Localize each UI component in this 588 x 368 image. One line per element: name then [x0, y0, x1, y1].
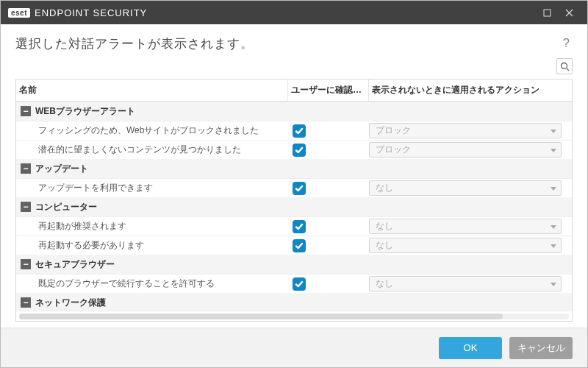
collapse-icon[interactable]: − [21, 297, 31, 308]
action-cell: なし [369, 219, 572, 234]
ask-user-checkbox[interactable] [293, 239, 306, 252]
group-label: コンピューター [35, 201, 97, 213]
action-cell: なし [369, 180, 572, 196]
action-cell: なし [369, 276, 572, 291]
svg-rect-0 [544, 10, 551, 16]
collapse-icon[interactable]: − [21, 259, 31, 269]
content-area: 名前 ユーザーに確認する 表示されないときに適用されるアクション −WEBブラウ… [1, 79, 587, 328]
table-row: アップデートを利用できますなし [16, 178, 572, 197]
action-select[interactable]: なし [369, 276, 562, 291]
search-button[interactable] [556, 58, 573, 74]
action-select[interactable]: なし [369, 180, 562, 196]
table-row: 既定のブラウザーで続行することを許可するなし [16, 274, 572, 293]
table-row: 再起動が推奨されますなし [16, 216, 572, 236]
alert-name: アップデートを利用できます [16, 182, 288, 194]
group-label: アップデート [35, 163, 88, 175]
app-window: eset ENDPOINT SECURITY 選択した対話アラートが表示されます… [0, 0, 588, 368]
alert-name: フィッシングのため、Webサイトがブロックされました [16, 124, 288, 137]
group-row[interactable]: −ネットワーク保護 [16, 293, 572, 311]
ask-user-cell [288, 220, 369, 233]
table-header-row: 名前 ユーザーに確認する 表示されないときに適用されるアクション [16, 79, 572, 102]
ask-user-cell [288, 239, 369, 252]
alert-name: 潜在的に望ましくないコンテンツが見つかりました [16, 144, 288, 156]
footer: OK キャンセル [1, 328, 587, 367]
search-icon [560, 62, 570, 71]
action-cell: ブロック [369, 123, 572, 138]
col-header-name[interactable]: 名前 [16, 79, 288, 101]
brand-badge: eset [8, 8, 30, 18]
ok-button[interactable]: OK [439, 337, 502, 359]
svg-point-1 [561, 63, 567, 68]
action-cell: ブロック [369, 142, 572, 158]
action-select[interactable]: ブロック [369, 142, 562, 158]
ask-user-checkbox[interactable] [293, 220, 306, 233]
ask-user-cell [288, 277, 369, 291]
col-header-ask[interactable]: ユーザーに確認する [288, 79, 369, 101]
minimize-icon [543, 9, 551, 17]
group-row[interactable]: −コンピューター [16, 197, 572, 216]
collapse-icon[interactable]: − [21, 202, 31, 212]
brand-text: ENDPOINT SECURITY [35, 7, 147, 18]
horizontal-scrollbar[interactable] [16, 311, 572, 321]
collapse-icon[interactable]: − [21, 106, 31, 116]
ask-user-checkbox[interactable] [293, 124, 306, 138]
table-row: フィッシングのため、Webサイトがブロックされましたブロック [16, 121, 572, 140]
subheader: 選択した対話アラートが表示されます。 ? [1, 24, 587, 58]
ask-user-checkbox[interactable] [293, 144, 306, 157]
ask-user-cell [288, 124, 369, 138]
alerts-table: 名前 ユーザーに確認する 表示されないときに適用されるアクション −WEBブラウ… [15, 79, 573, 322]
group-row[interactable]: −WEBブラウザーアラート [16, 102, 572, 121]
action-select[interactable]: ブロック [369, 123, 562, 138]
group-label: ネットワーク保護 [35, 297, 106, 309]
alert-name: 再起動する必要があります [16, 239, 288, 252]
titlebar: eset ENDPOINT SECURITY [1, 1, 587, 24]
table-row: 再起動する必要がありますなし [16, 236, 572, 255]
scrollbar-thumb[interactable] [19, 314, 503, 319]
collapse-icon[interactable]: − [21, 163, 31, 174]
group-row[interactable]: −セキュアブラウザー [16, 255, 572, 274]
col-header-action[interactable]: 表示されないときに適用されるアクション [369, 79, 572, 101]
ask-user-cell [288, 144, 369, 157]
ask-user-checkbox[interactable] [293, 277, 306, 291]
window-close-button[interactable] [558, 1, 580, 24]
alert-name: 既定のブラウザーで続行することを許可する [16, 277, 288, 290]
search-row [1, 58, 587, 79]
ask-user-cell [288, 182, 369, 195]
close-icon [565, 9, 573, 17]
group-row[interactable]: −アップデート [16, 159, 572, 178]
help-button[interactable]: ? [560, 35, 573, 52]
alert-name: 再起動が推奨されます [16, 220, 288, 233]
action-cell: なし [369, 238, 572, 253]
group-label: セキュアブラウザー [35, 258, 115, 271]
action-select[interactable]: なし [369, 219, 562, 234]
cancel-button[interactable]: キャンセル [509, 337, 573, 359]
ask-user-checkbox[interactable] [293, 182, 306, 195]
action-select[interactable]: なし [369, 238, 562, 253]
table-row: 潜在的に望ましくないコンテンツが見つかりましたブロック [16, 140, 572, 159]
page-title: 選択した対話アラートが表示されます。 [15, 35, 254, 52]
group-label: WEBブラウザーアラート [35, 105, 135, 118]
table-body[interactable]: −WEBブラウザーアラートフィッシングのため、Webサイトがブロックされましたブ… [16, 102, 572, 311]
window-minimize-button[interactable] [536, 1, 558, 24]
